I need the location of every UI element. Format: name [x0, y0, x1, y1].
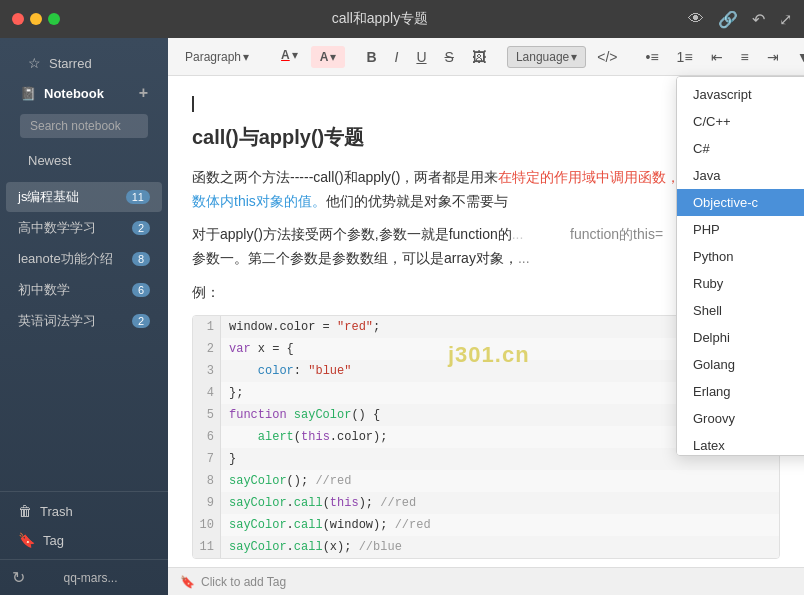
tag-label: Tag — [43, 533, 150, 548]
code-icon: </> — [597, 49, 617, 65]
sidebar-item-english-count: 2 — [132, 314, 150, 328]
language-label: Language — [516, 50, 569, 64]
paragraph-arrow: ▾ — [243, 50, 249, 64]
underline-label: U — [416, 49, 426, 65]
strike-label: S — [445, 49, 454, 65]
sidebar: ☆ Starred 📓 Notebook + Newest js编程基础 11 … — [0, 38, 168, 595]
sidebar-item-leanote-label: leanote功能介绍 — [18, 250, 132, 268]
bookmark-icon: 🔖 — [180, 575, 195, 589]
dropdown-item-java[interactable]: Java — [677, 162, 804, 189]
list-ol-button[interactable]: 1≡ — [670, 45, 700, 69]
dropdown-item-php[interactable]: PHP — [677, 216, 804, 243]
sidebar-item-tag[interactable]: 🔖 Tag — [6, 526, 162, 554]
dropdown-item-golang[interactable]: Golang — [677, 351, 804, 378]
sidebar-bottom: 🗑 Trash 🔖 Tag — [0, 491, 168, 559]
sidebar-item-english[interactable]: 英语词法学习 2 — [6, 306, 162, 336]
newest-label: Newest — [28, 153, 140, 168]
code-line-8: 8 sayColor(); //red — [193, 470, 779, 492]
language-dropdown[interactable]: Language ▾ — [507, 46, 586, 68]
dropdown-item-shell[interactable]: Shell — [677, 297, 804, 324]
share-icon[interactable]: 🔗 — [718, 10, 738, 29]
dropdown-item-delphi[interactable]: Delphi — [677, 324, 804, 351]
align-left-icon: ⇤ — [711, 49, 723, 65]
trash-label: Trash — [40, 504, 150, 519]
titlebar: call和apply专题 👁 🔗 ↶ ⤢ — [0, 0, 804, 38]
titlebar-icons: 👁 🔗 ↶ ⤢ — [688, 10, 792, 29]
dropdown-item-objc[interactable]: Objective-c — [677, 189, 804, 216]
list-ul-button[interactable]: •≡ — [639, 45, 666, 69]
traffic-lights — [12, 13, 60, 25]
sidebar-item-newest[interactable]: Newest — [16, 147, 152, 174]
language-arrow: ▾ — [571, 50, 577, 64]
star-icon: ☆ — [28, 55, 41, 71]
trash-icon: 🗑 — [18, 503, 32, 519]
dropdown-item-cpp[interactable]: C/C++ — [677, 108, 804, 135]
dropdown-item-csharp[interactable]: C# — [677, 135, 804, 162]
bold-label: B — [366, 49, 376, 65]
username: qq-mars... — [25, 571, 156, 585]
image-icon: 🖼 — [472, 49, 486, 65]
sidebar-item-math-mid[interactable]: 初中数学 6 — [6, 275, 162, 305]
sidebar-footer: ↻ qq-mars... — [0, 559, 168, 595]
dropdown-item-erlang[interactable]: Erlang — [677, 378, 804, 405]
paragraph-dropdown[interactable]: Paragraph ▾ — [176, 46, 258, 68]
search-input[interactable] — [20, 114, 148, 138]
maximize-button[interactable] — [48, 13, 60, 25]
dropdown-item-python[interactable]: Python — [677, 243, 804, 270]
eye-icon[interactable]: 👁 — [688, 10, 704, 29]
more-icon: ▼ — [797, 49, 804, 65]
image-button[interactable]: 🖼 — [465, 45, 493, 69]
refresh-icon[interactable]: ↻ — [12, 568, 25, 587]
align-center-icon: ≡ — [741, 49, 749, 65]
add-notebook-button[interactable]: + — [139, 84, 148, 102]
align-right-button[interactable]: ⇥ — [760, 45, 786, 69]
bold-button[interactable]: B — [359, 45, 383, 69]
code-line-10: 10 sayColor.call(window); //red — [193, 514, 779, 536]
italic-label: I — [395, 49, 399, 65]
starred-label: Starred — [49, 56, 140, 71]
expand-icon[interactable]: ⤢ — [779, 10, 792, 29]
list-ol-icon: 1≡ — [677, 49, 693, 65]
sidebar-item-math-high[interactable]: 高中数学学习 2 — [6, 213, 162, 243]
code-button[interactable]: </> — [590, 45, 624, 69]
align-right-icon: ⇥ — [767, 49, 779, 65]
sidebar-item-trash[interactable]: 🗑 Trash — [6, 497, 162, 525]
window-title: call和apply专题 — [72, 10, 688, 28]
font-bg-button[interactable]: A ▾ — [311, 46, 346, 68]
font-color-arrow: ▾ — [292, 48, 298, 62]
sidebar-item-js[interactable]: js编程基础 11 — [6, 182, 162, 212]
underline-button[interactable]: U — [409, 45, 433, 69]
align-left-button[interactable]: ⇤ — [704, 45, 730, 69]
paragraph-label: Paragraph — [185, 50, 241, 64]
dropdown-item-groovy[interactable]: Groovy — [677, 405, 804, 432]
sidebar-item-math-high-label: 高中数学学习 — [18, 219, 132, 237]
sidebar-item-math-high-count: 2 — [132, 221, 150, 235]
more-button[interactable]: ▼ — [790, 45, 804, 69]
status-text[interactable]: Click to add Tag — [201, 575, 286, 589]
sidebar-item-js-count: 11 — [126, 190, 150, 204]
content-area: Paragraph ▾ A ▾ A ▾ B I U S — [168, 38, 804, 595]
sidebar-item-starred[interactable]: ☆ Starred — [16, 49, 152, 77]
language-dropdown-menu: Javascript C/C++ C# Java Objective-c PHP… — [676, 76, 804, 456]
main-layout: ☆ Starred 📓 Notebook + Newest js编程基础 11 … — [0, 38, 804, 595]
dropdown-item-latex[interactable]: Latex — [677, 432, 804, 456]
close-button[interactable] — [12, 13, 24, 25]
font-color-label: A — [281, 48, 290, 62]
sidebar-top: ☆ Starred 📓 Notebook + Newest — [0, 38, 168, 181]
undo-icon[interactable]: ↶ — [752, 10, 765, 29]
dropdown-item-javascript[interactable]: Javascript — [677, 81, 804, 108]
sidebar-item-leanote[interactable]: leanote功能介绍 8 — [6, 244, 162, 274]
strike-button[interactable]: S — [438, 45, 461, 69]
italic-button[interactable]: I — [388, 45, 406, 69]
dropdown-item-ruby[interactable]: Ruby — [677, 270, 804, 297]
font-bg-arrow: ▾ — [330, 50, 336, 64]
sidebar-item-math-mid-label: 初中数学 — [18, 281, 132, 299]
font-color-button[interactable]: A ▾ — [272, 44, 307, 69]
notebook-icon: 📓 — [20, 86, 36, 101]
align-center-button[interactable]: ≡ — [734, 45, 756, 69]
sidebar-item-leanote-count: 8 — [132, 252, 150, 266]
toolbar: Paragraph ▾ A ▾ A ▾ B I U S — [168, 38, 804, 76]
code-line-9: 9 sayColor.call(this); //red — [193, 492, 779, 514]
minimize-button[interactable] — [30, 13, 42, 25]
sidebar-item-english-label: 英语词法学习 — [18, 312, 132, 330]
